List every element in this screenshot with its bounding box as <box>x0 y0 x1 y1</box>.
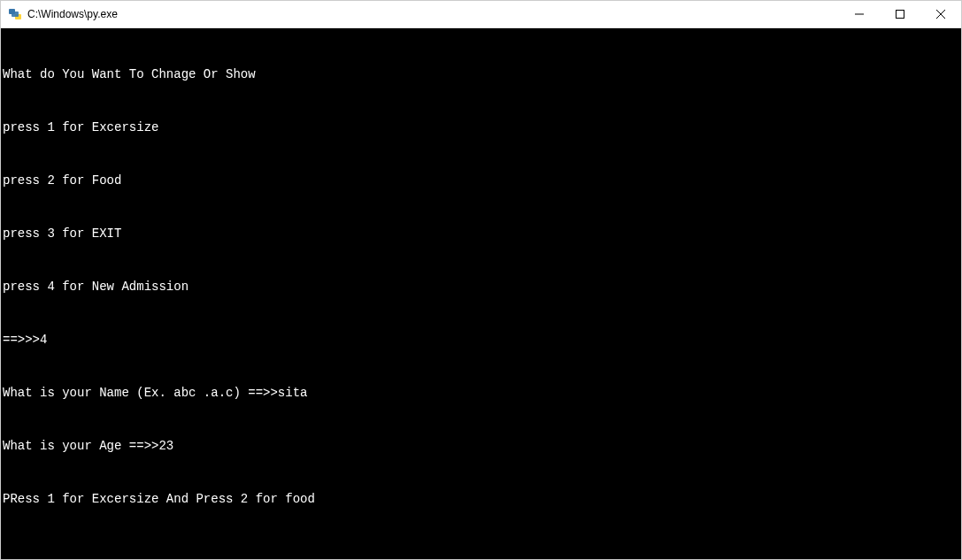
app-icon <box>8 7 22 21</box>
close-button[interactable] <box>920 1 961 27</box>
terminal-line: press 4 for New Admission <box>3 278 959 295</box>
minimize-button[interactable] <box>839 1 880 27</box>
terminal-line: press 3 for EXIT <box>3 225 959 242</box>
window-controls <box>839 1 961 27</box>
close-icon <box>936 10 945 19</box>
minimize-icon <box>855 10 864 19</box>
maximize-button[interactable] <box>880 1 920 27</box>
terminal-line: press 2 for Food <box>3 172 959 189</box>
terminal-line: ==>>>4 <box>3 331 959 349</box>
titlebar[interactable]: C:\Windows\py.exe <box>1 1 961 28</box>
terminal-line: PRess 1 for Excersize And Press 2 for fo… <box>3 490 959 508</box>
maximize-icon <box>896 10 904 19</box>
terminal-output[interactable]: What do You Want To Chnage Or Show press… <box>1 28 961 559</box>
terminal-line: What is your Name (Ex. abc .a.c) ==>>sit… <box>3 384 959 402</box>
svg-rect-2 <box>12 12 19 17</box>
terminal-line: What do You Want To Chnage Or Show <box>3 65 959 83</box>
window-title: C:\Windows\py.exe <box>27 8 839 20</box>
svg-rect-4 <box>897 11 904 19</box>
terminal-line: What is your Age ==>>23 <box>3 437 959 455</box>
application-window: C:\Windows\py.exe What do You Want To Ch <box>0 0 962 560</box>
terminal-line: press 1 for Excersize <box>3 119 959 136</box>
